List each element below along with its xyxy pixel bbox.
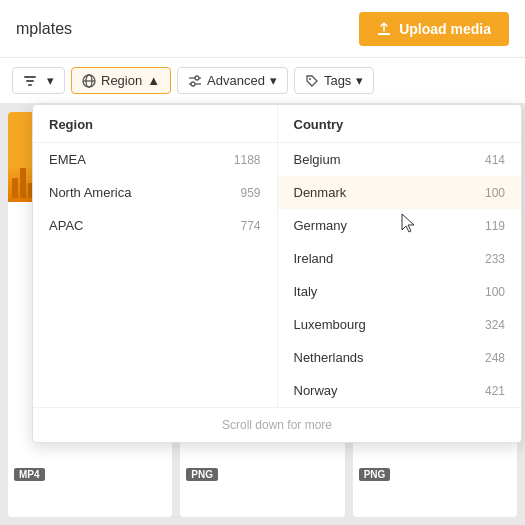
card-2-badge: PNG	[186, 468, 218, 481]
country-item-belgium[interactable]: Belgium 414	[278, 143, 522, 176]
region-apac-count: 774	[240, 219, 260, 233]
country-item-netherlands[interactable]: Netherlands 248	[278, 341, 522, 374]
country-column: Country Belgium 414 Denmark 100 Germany …	[278, 105, 522, 407]
country-item-norway[interactable]: Norway 421	[278, 374, 522, 407]
country-ireland-count: 233	[485, 252, 505, 266]
svg-rect-1	[26, 80, 34, 82]
filter-region-button[interactable]: Region ▲	[71, 67, 171, 94]
upload-media-label: Upload media	[399, 21, 491, 37]
country-item-italy[interactable]: Italy 100	[278, 275, 522, 308]
country-luxembourg-label: Luxembourg	[294, 317, 366, 332]
filter-type-chevron: ▾	[47, 73, 54, 88]
svg-rect-2	[28, 84, 32, 86]
region-emea-label: EMEA	[49, 152, 86, 167]
country-ireland-label: Ireland	[294, 251, 334, 266]
region-emea-count: 1188	[234, 153, 261, 167]
scroll-hint: Scroll down for more	[33, 407, 521, 442]
country-denmark-label: Denmark	[294, 185, 347, 200]
region-apac-label: APAC	[49, 218, 83, 233]
filter-type-button[interactable]: ▾	[12, 67, 65, 94]
filter-tags-button[interactable]: Tags ▾	[294, 67, 374, 94]
filter-advanced-button[interactable]: Advanced ▾	[177, 67, 288, 94]
region-item-north-america[interactable]: North America 959	[33, 176, 277, 209]
country-luxembourg-count: 324	[485, 318, 505, 332]
country-col-header: Country	[278, 105, 522, 143]
country-norway-label: Norway	[294, 383, 338, 398]
filter-bar: ▾ Region ▲ Advanced ▾ Tags ▾	[0, 58, 525, 104]
svg-point-7	[195, 76, 199, 80]
svg-rect-0	[24, 76, 36, 78]
svg-point-10	[309, 78, 311, 80]
country-netherlands-label: Netherlands	[294, 350, 364, 365]
country-norway-count: 421	[485, 384, 505, 398]
region-dropdown: Region EMEA 1188 North America 959 APAC …	[32, 104, 522, 443]
region-na-label: North America	[49, 185, 131, 200]
filter-region-label: Region	[101, 73, 142, 88]
country-denmark-count: 100	[485, 186, 505, 200]
svg-point-9	[191, 82, 195, 86]
filter-advanced-label: Advanced	[207, 73, 265, 88]
country-item-luxembourg[interactable]: Luxembourg 324	[278, 308, 522, 341]
filter-region-chevron: ▲	[147, 73, 160, 88]
filter-tags-label: Tags	[324, 73, 351, 88]
upload-icon	[377, 22, 391, 36]
region-item-emea[interactable]: EMEA 1188	[33, 143, 277, 176]
type-filter-icon	[23, 74, 37, 88]
country-italy-count: 100	[485, 285, 505, 299]
header: mplates Upload media	[0, 0, 525, 58]
dropdown-columns: Region EMEA 1188 North America 959 APAC …	[33, 105, 521, 407]
country-item-denmark[interactable]: Denmark 100	[278, 176, 522, 209]
country-germany-label: Germany	[294, 218, 347, 233]
globe-icon	[82, 74, 96, 88]
region-column: Region EMEA 1188 North America 959 APAC …	[33, 105, 278, 407]
region-col-header: Region	[33, 105, 277, 143]
country-item-germany[interactable]: Germany 119	[278, 209, 522, 242]
sliders-icon	[188, 74, 202, 88]
card-3-badge: PNG	[359, 468, 391, 481]
country-belgium-label: Belgium	[294, 152, 341, 167]
region-item-apac[interactable]: APAC 774	[33, 209, 277, 242]
country-netherlands-count: 248	[485, 351, 505, 365]
country-item-ireland[interactable]: Ireland 233	[278, 242, 522, 275]
card-1-badge: MP4	[14, 468, 45, 481]
region-na-count: 959	[240, 186, 260, 200]
country-belgium-count: 414	[485, 153, 505, 167]
tag-icon	[305, 74, 319, 88]
country-germany-count: 119	[485, 219, 505, 233]
upload-media-button[interactable]: Upload media	[359, 12, 509, 46]
country-italy-label: Italy	[294, 284, 318, 299]
filter-advanced-chevron: ▾	[270, 73, 277, 88]
page-title: mplates	[16, 20, 72, 38]
filter-tags-chevron: ▾	[356, 73, 363, 88]
